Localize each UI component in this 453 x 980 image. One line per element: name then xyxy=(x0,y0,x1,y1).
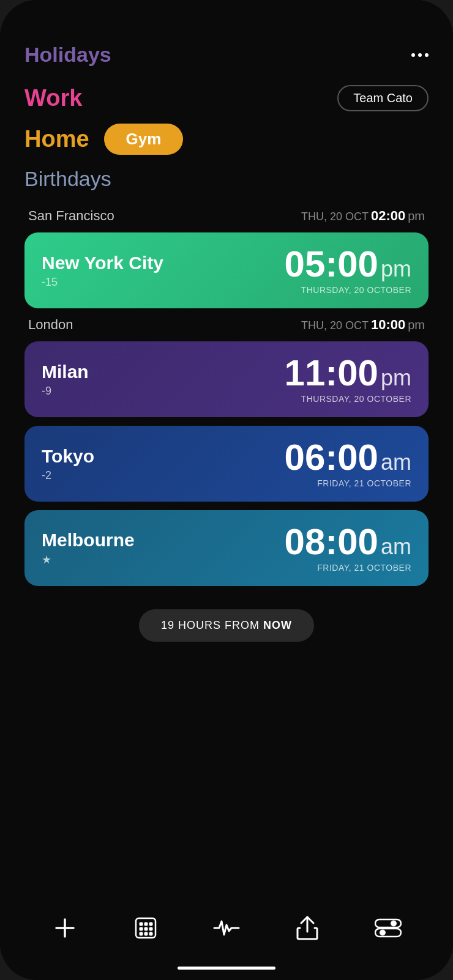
more-button[interactable] xyxy=(411,53,429,57)
card-offset-nyc: -15 xyxy=(42,276,163,289)
city-card-melbourne[interactable]: Melbourne ★ 08:00 am FRIDAY, 21 OCTOBER xyxy=(24,510,429,586)
card-city-name-nyc: New York City xyxy=(42,253,163,273)
card-offset-melbourne: ★ xyxy=(42,553,135,566)
london-ampm: pm xyxy=(408,318,425,332)
card-time-ampm-nyc: pm xyxy=(381,258,411,280)
card-date-milan: THURSDAY, 20 OCTOBER xyxy=(301,394,411,404)
share-button[interactable] xyxy=(292,913,323,943)
card-left-melbourne: Melbourne ★ xyxy=(42,530,135,566)
svg-rect-11 xyxy=(149,932,152,935)
wave-button[interactable] xyxy=(211,913,242,943)
svg-rect-6 xyxy=(140,927,143,930)
hours-prefix: 19 HOURS FROM xyxy=(161,619,263,631)
card-time-milan: 11:00 pm xyxy=(285,355,411,392)
svg-point-15 xyxy=(380,930,386,935)
city-row-san-francisco: San Francisco THU, 20 OCT 02:00 pm xyxy=(24,208,429,224)
svg-rect-10 xyxy=(144,932,148,935)
tag-birthdays[interactable]: Birthdays xyxy=(24,167,429,191)
home-indicator xyxy=(0,956,453,980)
svg-rect-12 xyxy=(375,919,401,927)
city-card-tokyo[interactable]: Tokyo -2 06:00 am FRIDAY, 21 OCTOBER xyxy=(24,426,429,502)
card-right-tokyo: 06:00 am FRIDAY, 21 OCTOBER xyxy=(285,439,411,488)
svg-rect-4 xyxy=(144,922,148,926)
card-time-ampm-tokyo: am xyxy=(381,451,411,473)
london-day: THU, 20 OCT xyxy=(301,319,369,332)
card-time-num-nyc: 05:00 xyxy=(285,246,378,283)
work-row: Work Team Cato xyxy=(24,85,429,111)
svg-rect-5 xyxy=(149,922,152,926)
status-bar xyxy=(0,0,453,31)
card-date-tokyo: FRIDAY, 21 OCTOBER xyxy=(317,478,411,488)
sf-ampm: pm xyxy=(408,209,425,223)
city-card-new-york[interactable]: New York City -15 05:00 pm THURSDAY, 20 … xyxy=(24,232,429,308)
city-time-london: THU, 20 OCT 10:00 pm xyxy=(301,317,425,333)
city-name-san-francisco: San Francisco xyxy=(28,208,114,224)
tag-work[interactable]: Work xyxy=(24,85,82,111)
card-time-melbourne: 08:00 am xyxy=(285,524,411,560)
bottom-toolbar xyxy=(0,903,453,956)
card-time-ampm-melbourne: am xyxy=(381,536,411,558)
tag-home[interactable]: Home xyxy=(24,126,89,152)
card-left-milan: Milan -9 xyxy=(42,362,89,398)
card-time-ampm-milan: pm xyxy=(381,367,411,389)
card-left-tokyo: Tokyo -2 xyxy=(42,446,94,482)
card-time-nyc: 05:00 pm xyxy=(285,246,411,283)
card-right-milan: 11:00 pm THURSDAY, 20 OCTOBER xyxy=(285,355,411,404)
tag-team-cato[interactable]: Team Cato xyxy=(337,85,429,111)
city-card-milan[interactable]: Milan -9 11:00 pm THURSDAY, 20 OCTOBER xyxy=(24,341,429,417)
sf-day: THU, 20 OCT xyxy=(301,210,369,223)
svg-rect-8 xyxy=(149,927,152,930)
card-time-num-melbourne: 08:00 xyxy=(285,524,378,560)
card-city-name-tokyo: Tokyo xyxy=(42,446,94,467)
dot-1 xyxy=(411,53,415,57)
toggle-button[interactable] xyxy=(373,913,403,943)
card-right-nyc: 05:00 pm THURSDAY, 20 OCTOBER xyxy=(285,246,411,295)
home-bar xyxy=(178,967,275,970)
city-name-london: London xyxy=(28,317,73,333)
hours-from-now-button[interactable]: 19 HOURS FROM NOW xyxy=(139,609,314,642)
hours-now: NOW xyxy=(263,619,292,631)
svg-rect-3 xyxy=(140,922,143,926)
card-date-nyc: THURSDAY, 20 OCTOBER xyxy=(301,285,411,295)
city-time-san-francisco: THU, 20 OCT 02:00 pm xyxy=(301,208,425,224)
tag-gym[interactable]: Gym xyxy=(104,124,184,155)
sf-time: 02:00 xyxy=(371,208,405,224)
svg-rect-7 xyxy=(144,927,148,930)
card-right-melbourne: 08:00 am FRIDAY, 21 OCTOBER xyxy=(285,524,411,573)
calendar-button[interactable] xyxy=(130,913,161,943)
city-row-london: London THU, 20 OCT 10:00 pm xyxy=(24,317,429,333)
card-left-nyc: New York City -15 xyxy=(42,253,163,289)
svg-rect-9 xyxy=(140,932,143,935)
main-content: Holidays Work Team Cato Home Gym Birthda… xyxy=(0,31,453,903)
page-title: Holidays xyxy=(24,43,111,67)
phone-frame: Holidays Work Team Cato Home Gym Birthda… xyxy=(0,0,453,980)
card-time-tokyo: 06:00 am xyxy=(285,439,411,476)
card-date-melbourne: FRIDAY, 21 OCTOBER xyxy=(317,563,411,573)
card-time-num-tokyo: 06:00 xyxy=(285,439,378,476)
london-time: 10:00 xyxy=(371,317,405,333)
card-time-num-milan: 11:00 xyxy=(285,355,378,392)
card-city-name-milan: Milan xyxy=(42,362,89,382)
svg-point-14 xyxy=(391,921,397,926)
hours-btn-container: 19 HOURS FROM NOW xyxy=(24,609,429,642)
card-city-name-melbourne: Melbourne xyxy=(42,530,135,551)
dot-3 xyxy=(425,53,429,57)
header: Holidays xyxy=(24,43,429,67)
home-row: Home Gym xyxy=(24,124,429,155)
card-offset-tokyo: -2 xyxy=(42,469,94,482)
dot-2 xyxy=(418,53,422,57)
svg-rect-13 xyxy=(375,929,401,937)
card-offset-milan: -9 xyxy=(42,385,89,398)
add-button[interactable] xyxy=(50,913,80,943)
